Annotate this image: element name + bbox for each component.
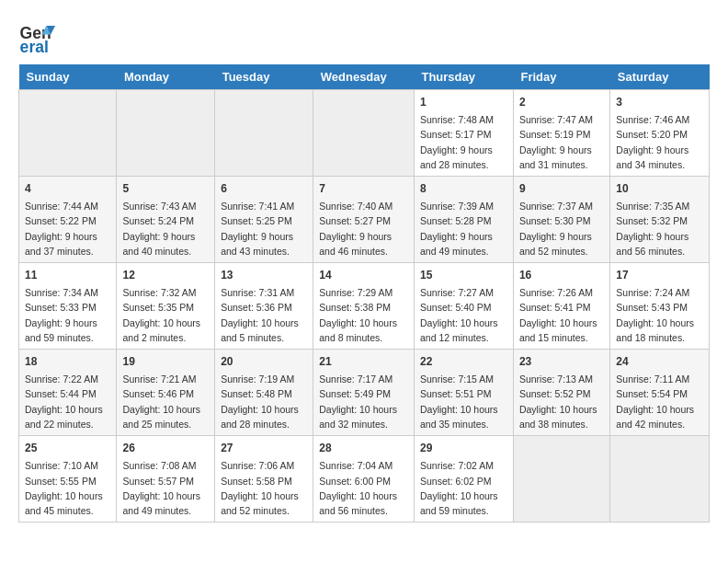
week-row-2: 11Sunrise: 7:34 AMSunset: 5:33 PMDayligh…: [19, 263, 710, 350]
day-number: 2: [519, 94, 604, 110]
day-info: Sunrise: 7:29 AMSunset: 5:38 PMDaylight:…: [319, 285, 408, 345]
calendar-cell: 5Sunrise: 7:43 AMSunset: 5:24 PMDaylight…: [117, 177, 215, 263]
day-number: 14: [319, 267, 408, 283]
header-sunday: Sunday: [19, 64, 117, 90]
calendar-cell: 23Sunrise: 7:13 AMSunset: 5:52 PMDayligh…: [513, 350, 609, 436]
header-row: SundayMondayTuesdayWednesdayThursdayFrid…: [19, 64, 710, 90]
day-number: 1: [420, 94, 507, 110]
calendar-cell: 15Sunrise: 7:27 AMSunset: 5:40 PMDayligh…: [414, 263, 513, 350]
day-info: Sunrise: 7:39 AMSunset: 5:28 PMDaylight:…: [420, 199, 507, 259]
day-info: Sunrise: 7:31 AMSunset: 5:36 PMDaylight:…: [221, 285, 307, 345]
header-friday: Friday: [513, 64, 609, 90]
day-info: Sunrise: 7:02 AMSunset: 6:02 PMDaylight:…: [420, 458, 507, 518]
calendar-cell: 3Sunrise: 7:46 AMSunset: 5:20 PMDaylight…: [610, 90, 710, 177]
day-info: Sunrise: 7:37 AMSunset: 5:30 PMDaylight:…: [519, 199, 604, 259]
day-info: Sunrise: 7:24 AMSunset: 5:43 PMDaylight:…: [616, 285, 703, 345]
calendar-cell: 13Sunrise: 7:31 AMSunset: 5:36 PMDayligh…: [215, 263, 313, 350]
day-info: Sunrise: 7:10 AMSunset: 5:55 PMDaylight:…: [25, 458, 110, 518]
day-info: Sunrise: 7:19 AMSunset: 5:48 PMDaylight:…: [221, 372, 307, 431]
calendar-cell: [215, 90, 313, 177]
day-number: 22: [420, 353, 507, 370]
day-number: 15: [420, 267, 507, 283]
calendar-cell: [610, 436, 710, 523]
calendar-cell: [513, 436, 609, 523]
calendar-cell: 17Sunrise: 7:24 AMSunset: 5:43 PMDayligh…: [610, 263, 710, 350]
day-number: 29: [420, 440, 507, 456]
calendar-cell: 16Sunrise: 7:26 AMSunset: 5:41 PMDayligh…: [513, 263, 609, 350]
day-info: Sunrise: 7:13 AMSunset: 5:52 PMDaylight:…: [519, 372, 604, 431]
day-number: 10: [616, 180, 703, 197]
calendar-cell: 26Sunrise: 7:08 AMSunset: 5:57 PMDayligh…: [117, 436, 215, 523]
header-monday: Monday: [117, 64, 215, 90]
day-number: 17: [616, 267, 703, 283]
day-info: Sunrise: 7:32 AMSunset: 5:35 PMDaylight:…: [122, 285, 209, 345]
page-header: Gen eral: [18, 18, 710, 55]
week-row-1: 4Sunrise: 7:44 AMSunset: 5:22 PMDaylight…: [19, 177, 710, 263]
calendar-cell: 25Sunrise: 7:10 AMSunset: 5:55 PMDayligh…: [19, 436, 117, 523]
week-row-0: 1Sunrise: 7:48 AMSunset: 5:17 PMDaylight…: [19, 90, 710, 177]
calendar-cell: 18Sunrise: 7:22 AMSunset: 5:44 PMDayligh…: [19, 350, 117, 436]
calendar-cell: 21Sunrise: 7:17 AMSunset: 5:49 PMDayligh…: [313, 350, 415, 436]
day-info: Sunrise: 7:21 AMSunset: 5:46 PMDaylight:…: [122, 372, 209, 431]
day-info: Sunrise: 7:35 AMSunset: 5:32 PMDaylight:…: [616, 199, 703, 259]
day-info: Sunrise: 7:26 AMSunset: 5:41 PMDaylight:…: [519, 285, 604, 345]
calendar-cell: 12Sunrise: 7:32 AMSunset: 5:35 PMDayligh…: [117, 263, 215, 350]
header-wednesday: Wednesday: [313, 64, 415, 90]
header-thursday: Thursday: [414, 64, 513, 90]
calendar-cell: 4Sunrise: 7:44 AMSunset: 5:22 PMDaylight…: [19, 177, 117, 263]
day-info: Sunrise: 7:04 AMSunset: 6:00 PMDaylight:…: [319, 458, 408, 518]
calendar-table: SundayMondayTuesdayWednesdayThursdayFrid…: [18, 64, 710, 523]
day-info: Sunrise: 7:44 AMSunset: 5:22 PMDaylight:…: [25, 199, 110, 259]
week-row-4: 25Sunrise: 7:10 AMSunset: 5:55 PMDayligh…: [19, 436, 710, 523]
day-number: 8: [420, 180, 507, 197]
logo: Gen eral: [18, 18, 59, 55]
day-number: 23: [519, 353, 604, 370]
calendar-cell: [19, 90, 117, 177]
day-number: 5: [122, 180, 209, 197]
day-number: 27: [221, 440, 307, 456]
day-info: Sunrise: 7:43 AMSunset: 5:24 PMDaylight:…: [122, 199, 209, 259]
day-number: 13: [221, 267, 307, 283]
day-number: 7: [319, 180, 408, 197]
week-row-3: 18Sunrise: 7:22 AMSunset: 5:44 PMDayligh…: [19, 350, 710, 436]
day-number: 9: [519, 180, 604, 197]
calendar-cell: 2Sunrise: 7:47 AMSunset: 5:19 PMDaylight…: [513, 90, 609, 177]
day-info: Sunrise: 7:34 AMSunset: 5:33 PMDaylight:…: [25, 285, 110, 345]
day-info: Sunrise: 7:48 AMSunset: 5:17 PMDaylight:…: [420, 112, 507, 172]
day-info: Sunrise: 7:08 AMSunset: 5:57 PMDaylight:…: [122, 458, 209, 518]
day-number: 24: [616, 353, 703, 370]
day-info: Sunrise: 7:15 AMSunset: 5:51 PMDaylight:…: [420, 372, 507, 431]
day-info: Sunrise: 7:41 AMSunset: 5:25 PMDaylight:…: [221, 199, 307, 259]
calendar-cell: 28Sunrise: 7:04 AMSunset: 6:00 PMDayligh…: [313, 436, 415, 523]
header-saturday: Saturday: [610, 64, 710, 90]
day-number: 19: [122, 353, 209, 370]
day-number: 20: [221, 353, 307, 370]
day-number: 21: [319, 353, 408, 370]
day-number: 6: [221, 180, 307, 197]
day-info: Sunrise: 7:40 AMSunset: 5:27 PMDaylight:…: [319, 199, 408, 259]
calendar-body: 1Sunrise: 7:48 AMSunset: 5:17 PMDaylight…: [19, 90, 710, 523]
day-number: 16: [519, 267, 604, 283]
calendar-cell: 9Sunrise: 7:37 AMSunset: 5:30 PMDaylight…: [513, 177, 609, 263]
day-number: 25: [25, 440, 110, 456]
day-info: Sunrise: 7:06 AMSunset: 5:58 PMDaylight:…: [221, 458, 307, 518]
calendar-cell: 14Sunrise: 7:29 AMSunset: 5:38 PMDayligh…: [313, 263, 415, 350]
calendar-cell: 6Sunrise: 7:41 AMSunset: 5:25 PMDaylight…: [215, 177, 313, 263]
day-info: Sunrise: 7:11 AMSunset: 5:54 PMDaylight:…: [616, 372, 703, 431]
calendar-cell: 19Sunrise: 7:21 AMSunset: 5:46 PMDayligh…: [117, 350, 215, 436]
day-number: 4: [25, 180, 110, 197]
calendar-cell: [117, 90, 215, 177]
day-number: 26: [122, 440, 209, 456]
calendar-cell: [313, 90, 415, 177]
calendar-cell: 1Sunrise: 7:48 AMSunset: 5:17 PMDaylight…: [414, 90, 513, 177]
day-info: Sunrise: 7:17 AMSunset: 5:49 PMDaylight:…: [319, 372, 408, 431]
day-info: Sunrise: 7:22 AMSunset: 5:44 PMDaylight:…: [25, 372, 110, 431]
calendar-cell: 11Sunrise: 7:34 AMSunset: 5:33 PMDayligh…: [19, 263, 117, 350]
day-number: 28: [319, 440, 408, 456]
day-number: 12: [122, 267, 209, 283]
logo-icon: Gen eral: [18, 18, 55, 55]
calendar-cell: 24Sunrise: 7:11 AMSunset: 5:54 PMDayligh…: [610, 350, 710, 436]
day-number: 3: [616, 94, 703, 110]
calendar-header: SundayMondayTuesdayWednesdayThursdayFrid…: [19, 64, 710, 90]
header-tuesday: Tuesday: [215, 64, 313, 90]
